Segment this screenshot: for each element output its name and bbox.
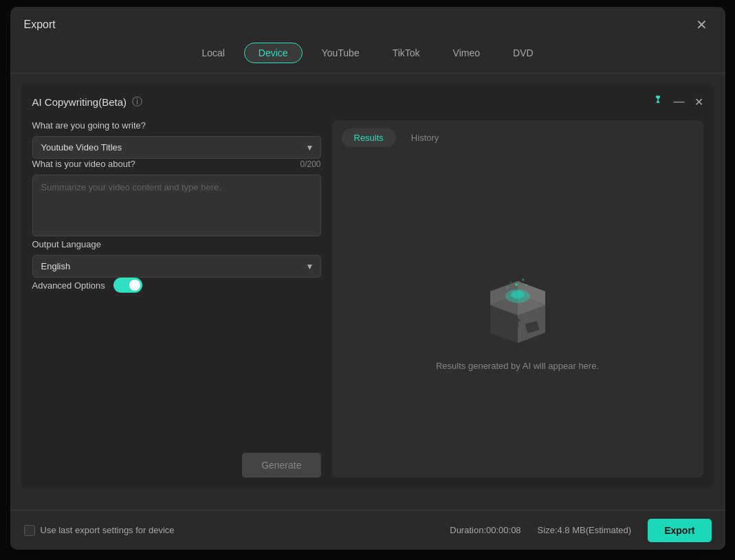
use-last-label: Use last export settings for device (41, 525, 175, 535)
write-select-wrapper: Youtube Video Titles Youtube Description… (32, 136, 321, 159)
video-about-textarea[interactable] (32, 175, 321, 236)
write-select[interactable]: Youtube Video Titles Youtube Description… (32, 136, 321, 159)
left-form-panel: What are you going to write? Youtube Vid… (32, 120, 321, 478)
tab-local[interactable]: Local (188, 43, 238, 63)
language-select-wrapper: English Spanish French German Chinese Ja… (32, 255, 321, 278)
info-icon[interactable]: ⓘ (132, 96, 142, 109)
tab-youtube[interactable]: YouTube (308, 43, 373, 63)
write-label: What are you going to write? (32, 120, 321, 131)
tab-results[interactable]: Results (342, 128, 396, 147)
empty-box-illustration (470, 254, 566, 350)
use-last-checkbox[interactable] (24, 525, 35, 536)
bottom-right: Duration:00:00:08 Size:4.8 MB(Estimated)… (450, 519, 711, 542)
size-text: Size:4.8 MB(Estimated) (538, 525, 632, 535)
content-area: What are you going to write? Youtube Vid… (32, 120, 703, 478)
dialog-title: Export (24, 19, 56, 31)
svg-point-8 (511, 291, 525, 299)
language-field: Output Language English Spanish French G… (32, 239, 321, 278)
panel-title: AI Copywriting(Beta) (32, 96, 127, 108)
panel-title-left: AI Copywriting(Beta) ⓘ (32, 96, 143, 109)
generate-button[interactable]: Generate (242, 453, 320, 478)
video-about-label: What is your video about? (32, 159, 135, 169)
modal-overlay: Export ✕ Local Device YouTube TikTok Vim… (0, 0, 735, 560)
tab-history[interactable]: History (399, 128, 451, 147)
video-about-field: What is your video about? 0/200 (32, 159, 321, 239)
ai-copywriting-panel: AI Copywriting(Beta) ⓘ — ✕ (21, 83, 714, 489)
advanced-options-toggle[interactable] (113, 278, 142, 293)
video-about-header: What is your video about? 0/200 (32, 159, 321, 169)
advanced-options-row: Advanced Options (32, 278, 321, 293)
svg-point-12 (525, 284, 527, 286)
dialog-titlebar: Export ✕ (10, 7, 725, 40)
export-dialog: Export ✕ Local Device YouTube TikTok Vim… (10, 7, 725, 550)
panel-title-right: — ✕ (652, 94, 703, 109)
tab-tiktok[interactable]: TikTok (379, 43, 434, 63)
svg-point-9 (515, 283, 518, 286)
language-select[interactable]: English Spanish French German Chinese Ja… (32, 255, 321, 278)
tab-dvd[interactable]: DVD (499, 43, 547, 63)
results-empty-state: Results generated by AI will appear here… (332, 147, 703, 478)
panel-minimize-icon[interactable]: — (674, 96, 685, 108)
bottom-bar: Use last export settings for device Dura… (10, 510, 725, 550)
write-field: What are you going to write? Youtube Vid… (32, 120, 321, 159)
advanced-options-label: Advanced Options (32, 280, 105, 291)
dialog-close-button[interactable]: ✕ (692, 16, 712, 33)
result-tab-bar: Results History (332, 120, 703, 147)
use-last-settings: Use last export settings for device (24, 525, 175, 536)
duration-text: Duration:00:00:08 (450, 525, 520, 535)
pin-icon[interactable] (652, 94, 664, 109)
export-tab-bar: Local Device YouTube TikTok Vimeo DVD (10, 40, 725, 74)
empty-state-text: Results generated by AI will appear here… (436, 361, 599, 371)
export-button[interactable]: Export (648, 519, 711, 542)
tab-device[interactable]: Device (244, 43, 303, 63)
language-label: Output Language (32, 239, 321, 249)
tab-vimeo[interactable]: Vimeo (439, 43, 494, 63)
toggle-thumb (129, 280, 140, 291)
svg-point-13 (506, 287, 508, 289)
panel-titlebar: AI Copywriting(Beta) ⓘ — ✕ (32, 94, 703, 109)
results-panel: Results History (332, 120, 703, 478)
panel-close-icon[interactable]: ✕ (694, 96, 703, 109)
char-count: 0/200 (300, 159, 320, 169)
svg-point-11 (510, 282, 512, 283)
svg-point-10 (522, 279, 524, 281)
